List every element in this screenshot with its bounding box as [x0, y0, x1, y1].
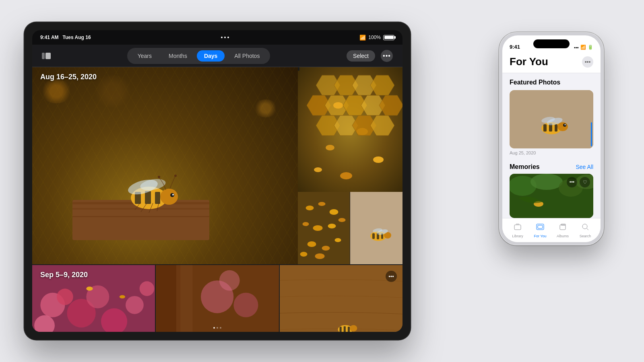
svg-rect-93 — [555, 124, 557, 132]
battery-bar — [383, 35, 394, 40]
ipad-device: 9:41 AM Tues Aug 16 📶 100% — [24, 22, 411, 340]
svg-point-13 — [172, 194, 174, 195]
svg-rect-105 — [514, 225, 521, 230]
albums-svg-icon — [558, 222, 567, 231]
memory-card[interactable]: ••• ♡ — [510, 174, 593, 218]
date-label-1: Aug 16–25, 2020 — [40, 73, 97, 81]
svg-point-37 — [340, 172, 352, 179]
tab-all-photos[interactable]: All Photos — [227, 50, 267, 62]
sidebar-toggle-button[interactable] — [42, 53, 51, 59]
dot1 — [221, 37, 223, 38]
sidebar-icon — [42, 53, 51, 59]
featured-photo-svg — [510, 90, 593, 148]
svg-rect-5 — [72, 216, 209, 217]
right-column — [298, 67, 402, 264]
svg-point-20 — [158, 176, 160, 178]
search-label: Search — [580, 234, 591, 238]
ipad-status-bar: 9:41 AM Tues Aug 16 📶 100% — [32, 30, 402, 45]
photo-nature-brown[interactable] — [156, 265, 279, 332]
svg-rect-82 — [280, 265, 402, 332]
battery-icon: 🔋 — [588, 45, 593, 50]
photo-bee-stone[interactable] — [350, 192, 402, 264]
memories-title: Memories — [510, 163, 540, 171]
svg-point-73 — [140, 281, 155, 296]
scroll-dot — [217, 327, 218, 329]
memories-header: Memories See All — [502, 158, 601, 174]
svg-marker-25 — [370, 75, 394, 95]
memory-options-button[interactable]: ••• — [567, 177, 577, 187]
group2-more-button[interactable]: ••• — [386, 271, 397, 282]
tab-for-you[interactable]: For You — [529, 222, 551, 238]
svg-point-80 — [234, 293, 258, 317]
bokeh-bee-1 — [40, 79, 72, 103]
library-label: Library — [512, 234, 523, 238]
svg-rect-4 — [72, 208, 209, 210]
more-options-button[interactable]: ••• — [381, 50, 393, 62]
albums-icon — [558, 222, 567, 233]
svg-point-44 — [306, 206, 314, 210]
svg-point-52 — [322, 246, 330, 251]
select-button[interactable]: Select — [347, 50, 375, 62]
wifi-icon: 📶 — [359, 35, 366, 41]
tab-library[interactable]: Library — [506, 222, 529, 238]
featured-photo-card[interactable] — [510, 90, 593, 148]
memory-like-button[interactable]: ♡ — [580, 177, 590, 187]
svg-point-53 — [335, 238, 341, 242]
svg-point-31 — [333, 102, 343, 109]
iphone-more-button[interactable]: ••• — [582, 56, 593, 68]
foryou-svg-icon — [536, 222, 545, 231]
tab-albums[interactable]: Albums — [551, 222, 574, 238]
featured-date: Aug 25, 2020 — [510, 150, 593, 155]
memory-actions: ••• ♡ — [567, 177, 590, 187]
svg-rect-9 — [145, 191, 151, 204]
tab-years[interactable]: Years — [130, 50, 159, 62]
iphone-tabbar: Library For You Albums — [502, 218, 601, 242]
ipad-toolbar: Years Months Days All Photos Select ••• — [32, 45, 402, 67]
svg-point-50 — [339, 218, 346, 222]
svg-marker-30 — [379, 95, 402, 115]
svg-point-54 — [300, 252, 308, 257]
nature-svg — [156, 265, 279, 332]
photos-grid: Aug 16–25, 2020 — [32, 67, 402, 332]
battery-percent: 100% — [368, 35, 381, 40]
svg-point-35 — [326, 145, 334, 150]
svg-rect-85 — [343, 326, 345, 332]
bokeh-bee-3 — [93, 75, 133, 107]
svg-rect-1 — [45, 53, 51, 59]
tab-months[interactable]: Months — [161, 50, 194, 62]
svg-rect-33 — [298, 67, 299, 71]
tab-days[interactable]: Days — [197, 50, 225, 62]
photo-honeycomb[interactable] — [298, 67, 402, 192]
svg-marker-42 — [370, 115, 394, 136]
svg-point-96 — [565, 124, 566, 125]
svg-point-94 — [557, 122, 568, 131]
photo-small-bee-cluster[interactable] — [298, 192, 350, 264]
svg-rect-107 — [538, 225, 543, 228]
see-all-button[interactable]: See All — [576, 164, 593, 170]
scroll-dot — [220, 327, 221, 329]
featured-title: Featured Photos — [510, 79, 593, 86]
svg-point-67 — [57, 289, 73, 305]
iphone-screen: 9:41 ▪▪▪ 📶 🔋 For You ••• Featured Photos — [502, 35, 601, 242]
svg-point-48 — [313, 225, 323, 231]
svg-point-21 — [174, 175, 177, 177]
svg-point-75 — [120, 295, 125, 298]
iphone-content: For You ••• Featured Photos — [502, 51, 601, 218]
dot3 — [227, 37, 229, 38]
scroll-indicator — [591, 122, 592, 146]
svg-point-11 — [160, 189, 178, 205]
ipad-status-center — [221, 37, 229, 38]
iphone-time: 9:41 — [510, 44, 520, 50]
svg-point-45 — [318, 202, 326, 206]
svg-point-38 — [314, 167, 322, 172]
iphone-device: 9:41 ▪▪▪ 📶 🔋 For You ••• Featured Photos — [499, 32, 604, 245]
date-label-2: Sep 5–9, 2020 — [40, 271, 88, 279]
library-icon — [513, 222, 522, 233]
iphone-status-icons: ▪▪▪ 📶 🔋 — [574, 45, 593, 50]
photo-group-1: Aug 16–25, 2020 — [32, 67, 402, 264]
ipad-screen: 9:41 AM Tues Aug 16 📶 100% — [32, 30, 402, 332]
search-svg-icon — [581, 222, 590, 231]
main-photo-bee[interactable] — [32, 67, 298, 264]
tab-search[interactable]: Search — [574, 222, 597, 238]
photo-wood-texture[interactable] — [280, 265, 402, 332]
